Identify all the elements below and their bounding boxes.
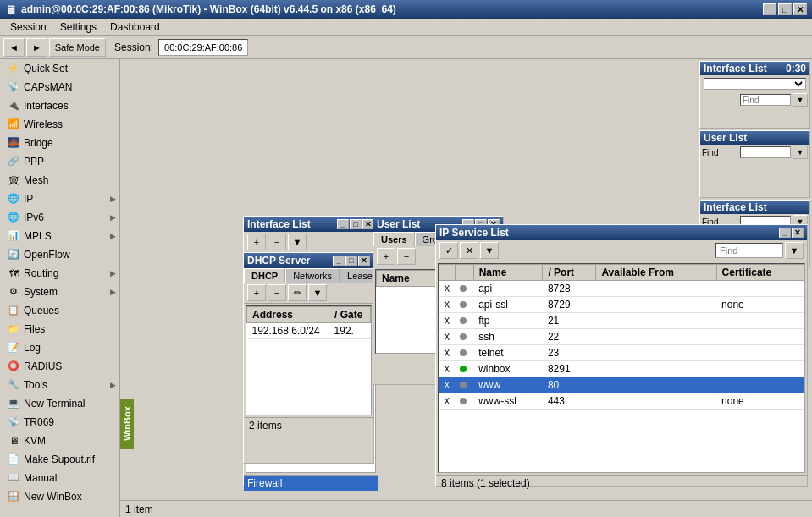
- minimize-button[interactable]: _: [763, 3, 776, 15]
- sidebar-item-tools[interactable]: 🔧 Tools ▶: [0, 376, 119, 394]
- ip-service-check-button[interactable]: ✓: [439, 242, 458, 259]
- main-status-bar: 1 item: [120, 500, 812, 517]
- radius-icon: ⭕: [7, 360, 20, 373]
- sidebar-item-mesh[interactable]: 🕸 Mesh: [0, 171, 119, 190]
- service-avail-cell: [596, 345, 716, 361]
- right-panel-1-find-row: ▼: [700, 92, 809, 107]
- menu-session[interactable]: Session: [3, 19, 53, 35]
- sidebar-item-new-winbox[interactable]: 🪟 New WinBox: [0, 487, 119, 506]
- dhcp-maximize[interactable]: □: [345, 256, 357, 266]
- sidebar-item-radius[interactable]: ⭕ RADIUS: [0, 357, 119, 376]
- sidebar-item-wireless[interactable]: 📶 Wireless: [0, 115, 119, 134]
- sidebar-item-system[interactable]: ⚙ System ▶: [0, 283, 119, 301]
- service-dot-cell: [455, 281, 473, 297]
- user-add-button[interactable]: +: [377, 248, 395, 265]
- dhcp-edit-button[interactable]: ✏: [288, 284, 307, 301]
- service-port-cell: 8729: [543, 297, 596, 313]
- iface-filter-button[interactable]: ▼: [288, 234, 307, 250]
- sidebar-item-ip[interactable]: 🌐 IP ▶: [0, 190, 119, 208]
- sidebar-item-tr069[interactable]: 📡 TR069: [0, 413, 119, 432]
- right-panel-2-find-label: Find: [702, 148, 740, 157]
- sidebar-item-ipv6[interactable]: 🌐 IPv6 ▶: [0, 208, 119, 227]
- sidebar-item-mpls[interactable]: 📊 MPLS ▶: [0, 227, 119, 245]
- right-panel-1-select[interactable]: [704, 78, 806, 90]
- menu-dashboard[interactable]: Dashboard: [103, 19, 167, 35]
- sidebar-item-log[interactable]: 📝 Log: [0, 338, 119, 357]
- dhcp-window-controls: _ □ ✕: [333, 256, 370, 266]
- ip-icon: 🌐: [7, 192, 20, 206]
- table-row[interactable]: 192.168.6.0/24 192.: [247, 323, 371, 339]
- table-row[interactable]: X www 80: [439, 377, 804, 393]
- sidebar-item-new-terminal[interactable]: 💻 New Terminal: [0, 394, 119, 413]
- close-button[interactable]: ✕: [793, 3, 807, 15]
- sidebar-label-queues: Queues: [24, 305, 59, 316]
- iface-remove-button[interactable]: −: [268, 234, 286, 250]
- user-remove-button[interactable]: −: [397, 248, 416, 265]
- maximize-button[interactable]: □: [778, 3, 792, 15]
- dhcp-title-bar[interactable]: DHCP Server _ □ ✕: [244, 253, 373, 268]
- service-dot-cell: [455, 393, 473, 410]
- sidebar-item-capsman[interactable]: 📡 CAPsMAN: [0, 78, 119, 96]
- ip-service-find-dropdown[interactable]: ▼: [785, 242, 804, 259]
- table-row[interactable]: X www-ssl 443 none: [439, 393, 804, 410]
- sidebar-item-openflow[interactable]: 🔄 OpenFlow: [0, 245, 119, 264]
- interface-list-title-bar[interactable]: Interface List _ □ ✕: [244, 217, 378, 232]
- table-row[interactable]: X api-ssl 8729 none: [439, 297, 804, 313]
- dhcp-minimize[interactable]: _: [333, 256, 345, 266]
- ip-service-find-input[interactable]: [715, 243, 783, 258]
- sidebar-item-manual[interactable]: 📖 Manual: [0, 469, 119, 487]
- menu-bar: Session Settings Dashboard: [0, 19, 812, 36]
- queues-icon: 📋: [7, 304, 20, 317]
- right-panel-1-find-dropdown[interactable]: ▼: [793, 93, 808, 107]
- sidebar-item-queues[interactable]: 📋 Queues: [0, 301, 119, 320]
- service-avail-cell: [596, 281, 716, 297]
- safe-mode-button[interactable]: Safe Mode: [49, 38, 106, 57]
- sidebar-item-files[interactable]: 📁 Files: [0, 320, 119, 338]
- right-panel-2-find[interactable]: [740, 146, 791, 158]
- service-avail-cell: [596, 361, 716, 377]
- back-button[interactable]: ◄: [3, 38, 25, 57]
- ip-service-title-bar[interactable]: IP Service List _ ✕: [436, 225, 807, 240]
- dhcp-filter-button[interactable]: ▼: [308, 284, 327, 301]
- sidebar-item-quick-set[interactable]: ⚡ Quick Set: [0, 59, 119, 78]
- sidebar-item-bridge[interactable]: 🌉 Bridge: [0, 134, 119, 152]
- dhcp-tab-networks[interactable]: Networks: [285, 268, 340, 283]
- user-list-tab-users[interactable]: Users: [373, 232, 415, 246]
- ip-service-close-btn[interactable]: ✕: [792, 228, 804, 238]
- iface-add-button[interactable]: +: [247, 234, 266, 250]
- dhcp-table: Address / Gate 192.168.6.0/24 192.: [246, 306, 371, 339]
- dhcp-add-button[interactable]: +: [247, 284, 266, 301]
- forward-button[interactable]: ►: [26, 38, 47, 57]
- sidebar-label-bridge: Bridge: [24, 137, 53, 149]
- routing-arrow-icon: ▶: [110, 269, 116, 278]
- sidebar-item-interfaces[interactable]: 🔌 Interfaces: [0, 96, 119, 115]
- interface-list-minimize[interactable]: _: [337, 219, 349, 229]
- interface-list-title: Interface List: [247, 218, 311, 230]
- sidebar-item-make-supout[interactable]: 📄 Make Supout.rif: [0, 450, 119, 469]
- service-port-cell: 22: [543, 329, 596, 345]
- interface-list-maximize[interactable]: □: [350, 219, 362, 229]
- dhcp-remove-button[interactable]: −: [268, 284, 286, 301]
- table-row[interactable]: X ftp 21: [439, 313, 804, 329]
- table-row[interactable]: X winbox 8291: [439, 361, 804, 377]
- ip-service-filter-button[interactable]: ▼: [480, 242, 499, 259]
- sidebar-item-routing[interactable]: 🗺 Routing ▶: [0, 264, 119, 283]
- ip-service-x-button[interactable]: ✕: [460, 242, 478, 259]
- table-row[interactable]: X ssh 22: [439, 329, 804, 345]
- system-arrow-icon: ▶: [110, 288, 116, 296]
- ipv6-arrow-icon: ▶: [110, 213, 116, 222]
- ip-service-minimize[interactable]: _: [779, 228, 791, 238]
- table-row[interactable]: X telnet 23: [439, 345, 804, 361]
- sidebar-item-ppp[interactable]: 🔗 PPP: [0, 152, 119, 171]
- main-status-text: 1 item: [125, 503, 153, 515]
- menu-settings[interactable]: Settings: [53, 19, 103, 35]
- dhcp-close[interactable]: ✕: [358, 256, 370, 266]
- service-cert-cell: [716, 329, 804, 345]
- dhcp-tab-dhcp[interactable]: DHCP: [244, 268, 285, 283]
- sidebar-item-kvm[interactable]: 🖥 KVM: [0, 432, 119, 450]
- dhcp-tab-bar: DHCP Networks Leases: [244, 268, 373, 283]
- right-panel-1-find[interactable]: [740, 94, 791, 106]
- table-row[interactable]: X api 8728: [439, 281, 804, 297]
- right-panel-2-find-dropdown[interactable]: ▼: [793, 146, 808, 159]
- sidebar: ⚡ Quick Set 📡 CAPsMAN 🔌 Interfaces 📶 Wir…: [0, 59, 120, 517]
